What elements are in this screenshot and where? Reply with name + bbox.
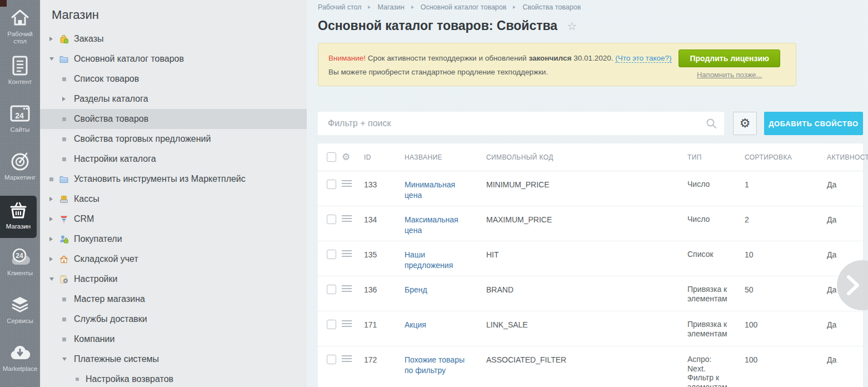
sidebar-item-warehouse[interactable]: Складской учет — [40, 249, 307, 269]
bullet-icon — [62, 338, 74, 341]
sidebar-item-product-list[interactable]: Список товаров — [40, 69, 307, 89]
filter-search-box[interactable] — [318, 112, 724, 135]
expand-arrow-icon[interactable] — [49, 217, 59, 221]
bullet-icon — [62, 157, 74, 161]
sidebar-item-catalog-sections[interactable]: Разделы каталога — [40, 89, 307, 109]
property-link[interactable]: Похожие товары по фильтру — [405, 355, 465, 375]
what-is-this-link[interactable]: (Что это такое?) — [615, 54, 671, 63]
sidebar-item-main-catalog[interactable]: Основной каталог товаров — [40, 49, 307, 69]
sidebar-item-payment-systems[interactable]: Платежные системы — [40, 349, 307, 369]
row-checkbox[interactable] — [327, 355, 336, 364]
banner-line2: Вы можете приобрести стандартное продлен… — [328, 68, 548, 76]
row-checkbox[interactable] — [327, 215, 336, 224]
menu-label: CRM — [74, 214, 94, 224]
drag-handle-icon[interactable] — [338, 276, 358, 311]
services-layers-icon — [10, 295, 30, 315]
rail-item-clients[interactable]: 24 Клиенты — [0, 244, 40, 291]
expand-arrow-icon[interactable] — [49, 37, 59, 41]
drag-handle-icon[interactable] — [338, 241, 358, 276]
collapse-arrow-icon[interactable] — [49, 275, 59, 283]
sidebar-item-orders[interactable]: Заказы — [40, 29, 307, 49]
rail-item-services[interactable]: Сервисы — [0, 291, 40, 339]
rail-item-marketplace[interactable]: Marketplace — [0, 339, 40, 387]
row-checkbox[interactable] — [327, 180, 336, 189]
rail-item-sites[interactable]: 24 Сайты — [0, 100, 40, 148]
rail-item-desktop[interactable]: Рабочий стол — [0, 4, 40, 52]
renew-license-button[interactable]: Продлить лицензию — [679, 49, 780, 67]
sidebar-item-customers[interactable]: Покупатели — [40, 229, 307, 249]
row-checkbox[interactable] — [327, 285, 336, 294]
filter-search-input[interactable] — [328, 118, 695, 128]
bullet-icon — [76, 378, 86, 381]
sidebar-item-product-properties[interactable]: Свойства товаров — [40, 109, 307, 129]
property-link[interactable]: Минимальная цена — [405, 180, 455, 200]
sidebar-item-offer-properties[interactable]: Свойства торговых предложений — [40, 129, 307, 149]
favorite-star-icon[interactable]: ☆ — [567, 19, 577, 33]
expand-arrow-icon[interactable] — [62, 97, 74, 101]
bullet-icon — [49, 177, 59, 181]
breadcrumb-link-shop[interactable]: Магазин — [377, 3, 404, 11]
drag-handle-icon[interactable] — [338, 171, 358, 206]
properties-table: ⚙ ID НАЗВАНИЕ СИМВОЛЬНЫЙ КОД ТИП СОРТИРО… — [318, 143, 863, 387]
expand-arrow-icon[interactable] — [49, 237, 59, 241]
drag-handle-icon[interactable] — [338, 206, 358, 241]
sidebar-item-catalog-settings[interactable]: Настройки каталога — [40, 149, 307, 169]
rail-item-content[interactable]: Контент — [0, 52, 40, 100]
breadcrumb-link-properties[interactable]: Свойства товаров — [522, 3, 581, 11]
add-property-button[interactable]: ДОБАВИТЬ СВОЙСТВО — [764, 112, 863, 135]
drag-handle-icon[interactable] — [338, 346, 358, 387]
banner-line1: Срок активности техподдержки и обновлени… — [366, 54, 528, 62]
property-link[interactable]: Наши предложения — [405, 250, 453, 270]
menu-tree: Заказы Основной каталог товаров Список т… — [40, 29, 307, 387]
collapse-arrow-icon[interactable] — [49, 55, 59, 63]
col-header-name[interactable]: НАЗВАНИЕ — [399, 143, 481, 171]
grid-settings-button[interactable]: ⚙ — [733, 112, 757, 135]
row-checkbox[interactable] — [327, 320, 336, 329]
columns-gear-icon[interactable]: ⚙ — [342, 152, 351, 162]
breadcrumb-separator-icon — [411, 6, 416, 9]
rail-item-label: Контент — [0, 78, 40, 86]
sidebar-item-delivery-services[interactable]: Службы доставки — [40, 309, 307, 329]
sidebar-item-companies[interactable]: Компании — [40, 329, 307, 349]
col-header-code[interactable]: СИМВОЛЬНЫЙ КОД — [481, 143, 682, 171]
breadcrumb-link-catalog[interactable]: Основной каталог товаров — [421, 3, 507, 11]
menu-label: Платежные системы — [74, 354, 159, 364]
cell-active: Да — [821, 346, 863, 387]
sidebar-item-marketplace-tools[interactable]: Установить инструменты из Маркетплейс — [40, 169, 307, 189]
sidebar-item-settings[interactable]: Настройки — [40, 269, 307, 289]
shop-basket-icon — [8, 200, 28, 220]
sidebar-item-crm[interactable]: CRM — [40, 209, 307, 229]
row-checkbox[interactable] — [327, 250, 336, 259]
col-header-type[interactable]: ТИП — [682, 143, 739, 171]
expand-arrow-icon[interactable] — [49, 257, 59, 261]
drag-handle-icon[interactable] — [338, 311, 358, 346]
cell-code: MAXIMUM_PRICE — [481, 206, 682, 241]
property-link[interactable]: Акция — [405, 320, 426, 329]
sidebar-item-returns-settings[interactable]: Настройка возвратов — [40, 369, 307, 387]
sidebar-item-cash-registers[interactable]: Кассы — [40, 189, 307, 209]
remind-later-link[interactable]: Напомнить позже... — [697, 71, 762, 79]
property-link[interactable]: Бренд — [405, 285, 427, 294]
menu-label: Настройки каталога — [74, 154, 156, 164]
cell-name: Минимальная цена — [399, 171, 481, 206]
search-icon[interactable] — [706, 118, 716, 131]
col-header-id[interactable]: ID — [358, 143, 399, 171]
cell-name: Бренд — [399, 276, 481, 311]
customers-icon — [59, 235, 68, 244]
cash-register-icon — [59, 195, 68, 204]
select-all-checkbox[interactable] — [327, 152, 336, 162]
rail-item-shop[interactable]: Магазин — [0, 196, 37, 238]
menu-label: Настройки — [74, 274, 117, 284]
rail-item-marketing[interactable]: Маркетинг — [0, 148, 40, 196]
cell-type: Привязка к элементам — [682, 311, 739, 346]
menu-label: Установить инструменты из Маркетплейс — [74, 174, 246, 184]
menu-label: Свойства товаров — [74, 114, 148, 124]
collapse-arrow-icon[interactable] — [62, 355, 74, 363]
col-header-sort[interactable]: СОРТИРОВКА — [739, 143, 821, 171]
col-header-active[interactable]: АКТИВНОСТЬ — [821, 143, 868, 171]
property-link[interactable]: Максимальная цена — [405, 215, 458, 235]
expand-arrow-icon[interactable] — [49, 197, 59, 201]
sidebar-item-shop-master[interactable]: Мастер магазина — [40, 289, 307, 309]
breadcrumb-link-desktop[interactable]: Рабочий стол — [318, 3, 361, 11]
menu-label: Свойства торговых предложений — [74, 134, 211, 144]
